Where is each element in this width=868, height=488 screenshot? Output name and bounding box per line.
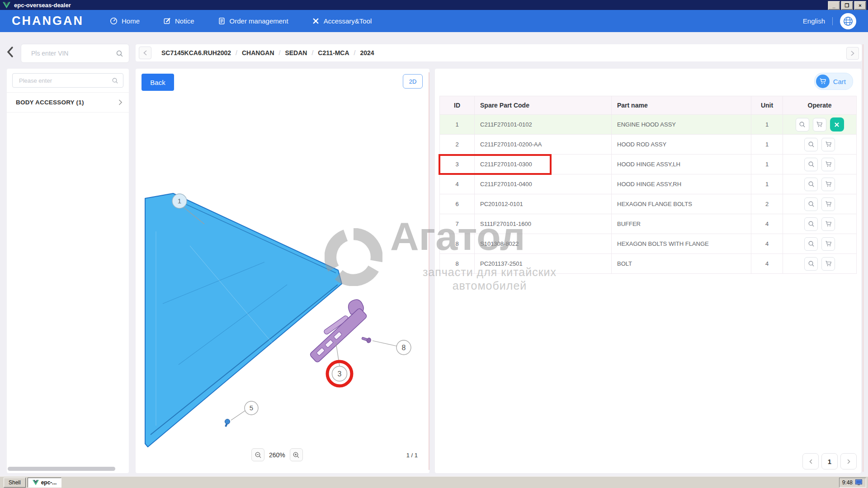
- page-prev-button[interactable]: [802, 453, 819, 469]
- nav-label: Accessary&Tool: [324, 17, 372, 25]
- view-part-button[interactable]: [804, 257, 818, 271]
- add-to-cart-button[interactable]: [821, 197, 835, 211]
- zoom-out-button[interactable]: [251, 448, 264, 461]
- view-part-button[interactable]: [804, 197, 818, 211]
- breadcrumb-item[interactable]: 2024: [360, 49, 374, 56]
- table-row[interactable]: 4 C211F270101-0400 HOOD HINGE ASSY,RH 1: [439, 174, 857, 194]
- breadcrumb-next-button[interactable]: [846, 47, 859, 60]
- view-mode-2d-button[interactable]: 2D: [403, 74, 423, 89]
- nav-item-accessary-tool[interactable]: Accessary&Tool: [312, 17, 372, 25]
- divider: [832, 17, 833, 25]
- taskbar: Shell epc-... 9:48: [0, 476, 868, 488]
- chevron-right-icon: [850, 51, 855, 56]
- restore-button[interactable]: ❐: [841, 1, 853, 10]
- category-sidebar: BODY ACCESSORY (1): [7, 69, 129, 473]
- magnifier-icon: [808, 141, 815, 148]
- category-search-input[interactable]: [18, 77, 112, 84]
- table-row[interactable]: 3 C211F270101-0300 HOOD HINGE ASSY,LH 1: [439, 155, 857, 174]
- close-button[interactable]: ×: [854, 1, 866, 10]
- add-to-cart-button[interactable]: [821, 158, 835, 171]
- cart-icon: [816, 121, 823, 128]
- collapse-sidebar-button[interactable]: [6, 46, 14, 60]
- sidebar-scrollbar[interactable]: [8, 467, 115, 471]
- nav-item-notice[interactable]: Notice: [163, 17, 194, 25]
- cart-button[interactable]: Cart: [814, 73, 853, 90]
- cell-id: 4: [439, 174, 475, 194]
- cell-id: 3: [439, 155, 475, 174]
- add-to-cart-button[interactable]: [821, 138, 835, 151]
- nav-item-order-management[interactable]: Order management: [218, 17, 288, 25]
- brand-logo[interactable]: CHANGAN: [12, 14, 84, 28]
- edit-icon: [163, 17, 171, 25]
- page-next-button[interactable]: [840, 453, 857, 469]
- page-scrollbar[interactable]: [863, 44, 863, 472]
- zoom-in-button[interactable]: [290, 448, 303, 461]
- cell-operate: [783, 135, 857, 155]
- breadcrumb-item[interactable]: C211-MCA: [318, 49, 349, 56]
- cell-unit: 4: [751, 254, 783, 274]
- view-part-button[interactable]: [804, 217, 818, 231]
- bolt-part-8[interactable]: [361, 336, 372, 343]
- add-to-cart-button[interactable]: [821, 237, 835, 251]
- view-part-button[interactable]: [804, 138, 818, 151]
- zoom-controls: 260%: [251, 448, 303, 461]
- language-selector[interactable]: English: [803, 17, 825, 25]
- minimize-button[interactable]: _: [828, 1, 840, 10]
- chevron-left-icon: [6, 46, 14, 58]
- breadcrumb-prev-button[interactable]: [139, 47, 151, 59]
- add-to-cart-button[interactable]: [821, 217, 835, 231]
- network-monitor-icon[interactable]: [855, 479, 863, 486]
- in-cart-tools-button[interactable]: [830, 117, 844, 131]
- hood-shape[interactable]: [145, 193, 342, 447]
- search-icon[interactable]: [112, 77, 118, 84]
- breadcrumb-item[interactable]: SEDAN: [285, 49, 307, 56]
- view-part-button[interactable]: [804, 237, 818, 251]
- table-row[interactable]: 7 S111F270101-1600 BUFFER 4: [439, 214, 857, 234]
- table-row[interactable]: 8 PC201137-2501 BOLT 4: [439, 254, 857, 274]
- page-current[interactable]: 1: [821, 453, 838, 469]
- cell-unit: 1: [751, 155, 783, 174]
- bolt-part-5[interactable]: [225, 419, 230, 427]
- cell-name: HOOD HINGE ASSY,LH: [612, 155, 751, 174]
- back-button[interactable]: Back: [142, 74, 174, 91]
- window-title: epc-overseas-dealer: [14, 2, 71, 9]
- cell-name: HOOD ROD ASSY: [612, 135, 751, 155]
- table-row[interactable]: 2 C211F270101-0200-AA HOOD ROD ASSY 1: [439, 135, 857, 155]
- header-operate: Operate: [783, 96, 857, 115]
- user-globe-avatar[interactable]: [840, 13, 856, 29]
- main-navbar: CHANGAN Home Notice: [0, 10, 868, 32]
- window-titlebar: epc-overseas-dealer _ ❐ ×: [0, 0, 868, 10]
- sidebar-item-body-accessory[interactable]: BODY ACCESSORY (1): [7, 92, 129, 113]
- parts-diagram: 1 3 5 8: [136, 69, 429, 473]
- document-icon: [218, 17, 226, 25]
- cell-id: 1: [439, 115, 475, 135]
- table-row[interactable]: 8 S101308-8022 HEXAGON BOLTS WITH FLANGE…: [439, 234, 857, 254]
- view-part-button[interactable]: [804, 178, 818, 191]
- view-part-button[interactable]: [796, 118, 809, 131]
- breadcrumb-item[interactable]: CHANGAN: [242, 49, 274, 56]
- cart-icon: [819, 78, 826, 85]
- cell-operate: [783, 214, 857, 234]
- breadcrumb-item[interactable]: SC7145KCA6.RUH2002: [161, 49, 231, 56]
- table-row[interactable]: 1 C211F270101-0102 ENGINE HOOD ASSY 1: [439, 115, 857, 135]
- vin-search-input[interactable]: [30, 49, 116, 57]
- cart-icon: [825, 260, 832, 267]
- cell-operate: [783, 155, 857, 174]
- cell-code: S111F270101-1600: [475, 214, 612, 234]
- add-to-cart-button[interactable]: [813, 118, 826, 131]
- search-icon[interactable]: [116, 50, 123, 57]
- table-row[interactable]: 6 PC201012-0101 HEXAGON FLANGE BOLTS 2: [439, 194, 857, 214]
- taskbar-button-epc[interactable]: epc-...: [28, 478, 62, 488]
- add-to-cart-button[interactable]: [821, 257, 835, 271]
- view-part-button[interactable]: [804, 158, 818, 171]
- callout-5[interactable]: 5: [245, 401, 258, 415]
- callout-1[interactable]: 1: [172, 194, 187, 208]
- nav-label: Order management: [230, 17, 288, 25]
- cell-code: C211F270101-0300: [475, 155, 612, 174]
- taskbar-button-shell[interactable]: Shell: [4, 478, 26, 488]
- cell-operate: [783, 234, 857, 254]
- nav-item-home[interactable]: Home: [110, 17, 140, 25]
- callout-8[interactable]: 8: [396, 340, 411, 355]
- chevron-left-icon: [809, 459, 813, 464]
- add-to-cart-button[interactable]: [821, 178, 835, 191]
